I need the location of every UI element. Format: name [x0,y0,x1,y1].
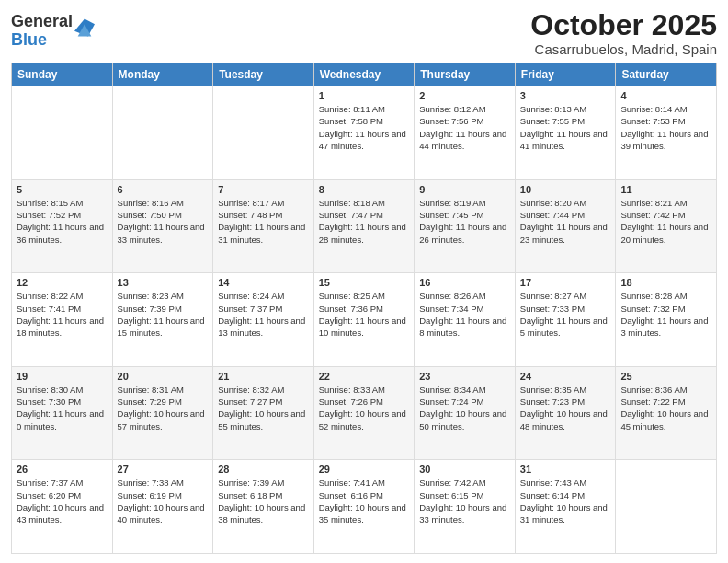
day-info: Sunrise: 8:19 AMSunset: 7:45 PMDaylight:… [419,197,510,246]
sunset-text: Sunset: 6:15 PM [419,490,483,500]
day-info: Sunrise: 8:17 AMSunset: 7:48 PMDaylight:… [218,197,309,246]
day-cell: 23Sunrise: 8:34 AMSunset: 7:24 PMDayligh… [415,366,516,460]
day-number: 29 [319,464,410,475]
calendar-subtitle: Casarrubuelos, Madrid, Spain [530,41,717,57]
day-cell: 15Sunrise: 8:25 AMSunset: 7:36 PMDayligh… [313,273,415,367]
daylight-text: Daylight: 10 hours and 50 minutes. [419,408,506,431]
day-cell: 2Sunrise: 8:12 AMSunset: 7:56 PMDaylight… [415,86,516,180]
day-info: Sunrise: 8:24 AMSunset: 7:37 PMDaylight:… [218,290,309,339]
day-info: Sunrise: 8:18 AMSunset: 7:47 PMDaylight:… [319,197,410,246]
sunrise-text: Sunrise: 7:38 AM [118,477,184,488]
daylight-text: Daylight: 11 hours and 3 minutes. [620,316,708,338]
sunset-text: Sunset: 7:29 PM [118,396,182,407]
col-wednesday: Wednesday [313,63,415,86]
day-number: 4 [620,90,711,101]
sunrise-text: Sunrise: 8:36 AM [620,385,687,395]
daylight-text: Daylight: 11 hours and 0 minutes. [17,408,104,431]
sunset-text: Sunset: 7:50 PM [118,210,182,220]
day-cell: 22Sunrise: 8:33 AMSunset: 7:26 PMDayligh… [313,366,415,460]
day-cell [12,86,113,180]
week-row-5: 26Sunrise: 7:37 AMSunset: 6:20 PMDayligh… [12,460,717,554]
day-info: Sunrise: 8:31 AMSunset: 7:29 PMDaylight:… [118,384,209,432]
sunrise-text: Sunrise: 7:43 AM [520,477,586,488]
day-cell: 25Sunrise: 8:36 AMSunset: 7:22 PMDayligh… [616,366,717,460]
sunrise-text: Sunrise: 8:18 AM [319,198,385,208]
daylight-text: Daylight: 11 hours and 41 minutes. [520,129,608,151]
sunset-text: Sunset: 7:22 PM [620,396,685,407]
daylight-text: Daylight: 11 hours and 10 minutes. [319,316,406,338]
daylight-text: Daylight: 10 hours and 55 minutes. [218,408,305,431]
sunrise-text: Sunrise: 7:37 AM [17,477,83,488]
day-number: 18 [620,277,711,288]
day-number: 31 [520,464,611,475]
day-cell: 28Sunrise: 7:39 AMSunset: 6:18 PMDayligh… [213,460,314,554]
week-row-1: 1Sunrise: 8:11 AMSunset: 7:58 PMDaylight… [12,86,717,180]
sunrise-text: Sunrise: 8:30 AM [17,385,83,395]
sunset-text: Sunset: 6:19 PM [118,490,182,500]
sunset-text: Sunset: 6:16 PM [319,490,383,500]
day-cell: 1Sunrise: 8:11 AMSunset: 7:58 PMDaylight… [313,86,415,180]
daylight-text: Daylight: 11 hours and 47 minutes. [319,129,406,151]
day-number: 26 [17,464,108,475]
day-info: Sunrise: 8:25 AMSunset: 7:36 PMDaylight:… [319,290,410,339]
day-cell: 24Sunrise: 8:35 AMSunset: 7:23 PMDayligh… [515,366,616,460]
sunrise-text: Sunrise: 8:17 AM [218,198,284,208]
sunrise-text: Sunrise: 8:32 AM [218,385,284,395]
logo: General Blue [11,13,95,50]
day-cell [112,86,213,180]
day-number: 12 [17,277,108,288]
daylight-text: Daylight: 11 hours and 18 minutes. [17,316,104,338]
day-number: 30 [419,464,510,475]
day-number: 11 [620,184,711,195]
sunrise-text: Sunrise: 8:11 AM [319,104,385,114]
day-number: 2 [419,90,510,101]
sunrise-text: Sunrise: 8:22 AM [17,291,83,301]
sunset-text: Sunset: 7:30 PM [17,396,81,407]
daylight-text: Daylight: 11 hours and 13 minutes. [218,316,305,338]
logo-icon [74,17,95,38]
day-number: 20 [118,371,209,382]
sunset-text: Sunset: 7:27 PM [218,396,282,407]
daylight-text: Daylight: 11 hours and 28 minutes. [319,222,406,244]
day-number: 8 [319,184,410,195]
day-cell [616,460,717,554]
day-number: 22 [319,371,410,382]
sunrise-text: Sunrise: 8:19 AM [419,198,485,208]
logo-general: General [11,12,73,30]
day-cell: 18Sunrise: 8:28 AMSunset: 7:32 PMDayligh… [616,273,717,367]
day-info: Sunrise: 8:12 AMSunset: 7:56 PMDaylight:… [419,103,510,152]
day-number: 16 [419,277,510,288]
daylight-text: Daylight: 11 hours and 26 minutes. [419,222,506,244]
day-cell: 17Sunrise: 8:27 AMSunset: 7:33 PMDayligh… [515,273,616,367]
sunset-text: Sunset: 7:52 PM [17,210,81,220]
sunset-text: Sunset: 7:26 PM [319,396,383,407]
daylight-text: Daylight: 10 hours and 40 minutes. [118,502,205,524]
day-info: Sunrise: 8:22 AMSunset: 7:41 PMDaylight:… [17,290,108,339]
day-cell: 9Sunrise: 8:19 AMSunset: 7:45 PMDaylight… [415,179,516,273]
sunset-text: Sunset: 7:23 PM [520,396,585,407]
day-cell: 3Sunrise: 8:13 AMSunset: 7:55 PMDaylight… [515,86,616,180]
day-number: 24 [520,371,611,382]
sunrise-text: Sunrise: 7:39 AM [218,477,284,488]
weekday-row: Sunday Monday Tuesday Wednesday Thursday… [12,63,717,86]
day-cell: 20Sunrise: 8:31 AMSunset: 7:29 PMDayligh… [112,366,213,460]
sunrise-text: Sunrise: 8:35 AM [520,385,586,395]
day-info: Sunrise: 7:37 AMSunset: 6:20 PMDaylight:… [17,477,108,525]
day-cell: 10Sunrise: 8:20 AMSunset: 7:44 PMDayligh… [515,179,616,273]
day-number: 5 [17,184,108,195]
sunset-text: Sunset: 7:48 PM [218,210,282,220]
sunset-text: Sunset: 7:41 PM [17,304,81,314]
day-info: Sunrise: 8:16 AMSunset: 7:50 PMDaylight:… [118,197,209,246]
day-info: Sunrise: 8:20 AMSunset: 7:44 PMDaylight:… [520,197,611,246]
col-thursday: Thursday [415,63,516,86]
day-cell: 14Sunrise: 8:24 AMSunset: 7:37 PMDayligh… [213,273,314,367]
sunrise-text: Sunrise: 8:12 AM [419,104,485,114]
sunrise-text: Sunrise: 8:21 AM [620,198,687,208]
day-info: Sunrise: 7:41 AMSunset: 6:16 PMDaylight:… [319,477,410,525]
day-cell: 8Sunrise: 8:18 AMSunset: 7:47 PMDaylight… [313,179,415,273]
day-cell: 16Sunrise: 8:26 AMSunset: 7:34 PMDayligh… [415,273,516,367]
daylight-text: Daylight: 10 hours and 38 minutes. [218,502,305,524]
sunset-text: Sunset: 7:56 PM [419,116,483,126]
day-number: 28 [218,464,309,475]
day-info: Sunrise: 8:32 AMSunset: 7:27 PMDaylight:… [218,384,309,432]
